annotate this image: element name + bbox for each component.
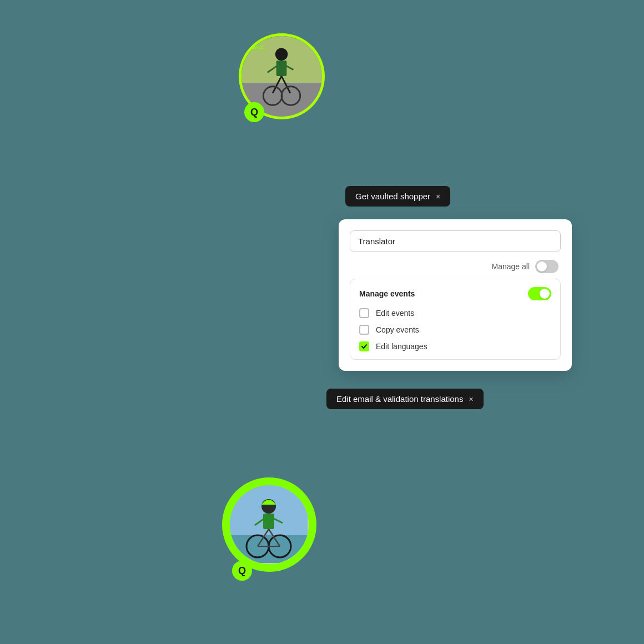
tooltip-top-label: Get vaulted shopper xyxy=(355,192,430,201)
tooltip-bottom-close[interactable]: × xyxy=(469,395,473,404)
search-input[interactable] xyxy=(350,230,561,252)
tooltip-bottom-label: Edit email & validation translations xyxy=(336,394,463,404)
cyclist-svg-bottom xyxy=(230,485,308,563)
tooltip-top-close[interactable]: × xyxy=(436,192,440,201)
section-title: Manage events xyxy=(359,289,415,298)
tooltip-get-vaulted-shopper: Get vaulted shopper × xyxy=(345,186,450,207)
svg-rect-3 xyxy=(276,61,287,76)
avatar-bottom-badge: Q xyxy=(232,561,252,581)
avatar-bottom: Q xyxy=(222,477,333,588)
checkbox-copy-events[interactable] xyxy=(359,325,369,335)
manage-all-row: Manage all xyxy=(350,260,561,273)
permissions-card: Manage all Manage events Edit events Cop… xyxy=(339,219,572,371)
manage-events-section: Manage events Edit events Copy events Ed… xyxy=(350,279,561,360)
checkbox-copy-events-row: Copy events xyxy=(359,325,551,335)
manage-events-toggle[interactable] xyxy=(528,287,551,300)
section-header: Manage events xyxy=(359,287,551,300)
checkbox-edit-languages-label: Edit languages xyxy=(376,342,427,351)
tooltip-edit-email-translations: Edit email & validation translations × xyxy=(326,389,484,409)
avatar-top-badge: Q xyxy=(244,102,264,122)
checkbox-copy-events-label: Copy events xyxy=(376,325,419,334)
svg-text:SALE: SALE xyxy=(252,44,265,50)
checkbox-edit-events-row: Edit events xyxy=(359,308,551,318)
svg-rect-14 xyxy=(263,514,274,529)
manage-events-toggle-knob xyxy=(540,289,550,299)
checkbox-edit-events-label: Edit events xyxy=(376,309,414,318)
checkbox-edit-languages[interactable] xyxy=(359,341,369,351)
checkbox-edit-languages-row: Edit languages xyxy=(359,341,551,351)
check-icon xyxy=(361,343,368,350)
svg-point-2 xyxy=(275,48,288,61)
checkbox-edit-events[interactable] xyxy=(359,308,369,318)
manage-all-label: Manage all xyxy=(492,262,530,271)
cyclist-image-bottom xyxy=(222,477,316,572)
avatar-top: SALE Q xyxy=(239,33,333,128)
manage-all-toggle-knob xyxy=(537,261,547,271)
manage-all-toggle[interactable] xyxy=(535,260,559,273)
